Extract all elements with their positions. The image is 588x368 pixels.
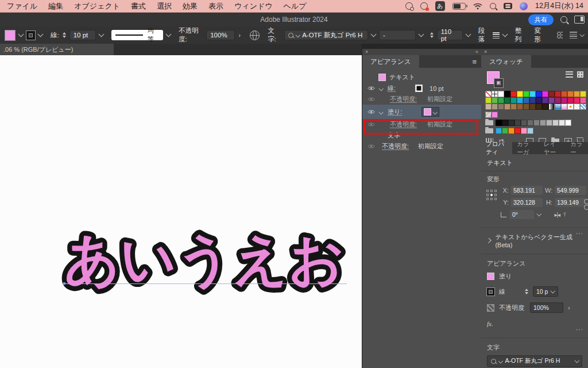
appearance-row-fill-opacity[interactable]: 不透明度: 初期設定 xyxy=(362,119,481,130)
appearance-row-type-opacity[interactable]: 不透明度: 初期設定 xyxy=(362,141,481,152)
swatch[interactable] xyxy=(492,91,498,97)
stroke-width-chevron[interactable] xyxy=(99,32,105,37)
swatch[interactable] xyxy=(540,120,546,126)
prop-fill-swatch[interactable] xyxy=(487,273,494,280)
tab-swatches[interactable]: スウォッチ xyxy=(481,55,531,68)
workspace-switcher-icon[interactable] xyxy=(574,16,585,24)
paragraph-align-icon[interactable] xyxy=(493,32,499,39)
opacity-row-value[interactable]: 初期設定 xyxy=(418,142,443,151)
text-to-vector-row[interactable]: テキストからベクター生成 (Beta) xyxy=(481,228,588,254)
transform-button[interactable]: 変形 xyxy=(534,26,546,44)
swatch[interactable] xyxy=(527,120,533,126)
tab-properties[interactable]: プロパティ xyxy=(481,142,512,154)
opacity-expand-arrow[interactable]: › xyxy=(238,32,241,39)
opacity-row-value[interactable]: 初期設定 xyxy=(427,95,452,103)
screen-mirroring-icon[interactable] xyxy=(405,2,413,10)
menu-clock[interactable]: 12月4日(水) 14 xyxy=(535,1,583,11)
menu-item[interactable]: 書式 xyxy=(131,1,146,12)
opacity-row-label[interactable]: 不透明度: xyxy=(390,120,417,129)
eye-icon[interactable] xyxy=(368,86,375,91)
eye-icon[interactable] xyxy=(368,109,375,114)
collapse-icon[interactable]: « xyxy=(475,49,478,55)
flip-horizontal-icon[interactable]: ▸|◂ xyxy=(555,212,560,218)
tab-color-guide[interactable]: カラーガ xyxy=(512,142,539,154)
swatch[interactable] xyxy=(521,128,527,134)
stroke-dropdown-chevron[interactable] xyxy=(38,32,44,37)
flip-vertical-icon[interactable]: ⫯ xyxy=(563,211,565,218)
fill-color-swatch[interactable] xyxy=(5,30,16,41)
swatch[interactable] xyxy=(498,103,504,110)
x-field[interactable]: 583.191 xyxy=(511,186,543,195)
font-size-chevron[interactable] xyxy=(465,32,471,37)
menu-item[interactable]: ウィンドウ xyxy=(234,1,273,12)
disclosure-arrow-icon[interactable] xyxy=(486,238,492,244)
panel-menu-icon[interactable]: ≡ xyxy=(472,57,477,66)
appearance-row-text[interactable]: テキスト xyxy=(362,72,481,83)
swatch[interactable] xyxy=(548,91,555,97)
fill-color-widget[interactable] xyxy=(421,107,439,117)
battery-icon[interactable] xyxy=(452,3,466,10)
expand-chevron[interactable] xyxy=(379,86,384,91)
eye-icon-dim[interactable] xyxy=(368,144,375,149)
swatch[interactable] xyxy=(536,97,542,103)
swatch[interactable] xyxy=(561,91,567,97)
stroke-style-chevron[interactable] xyxy=(165,32,171,37)
swatch[interactable] xyxy=(504,97,510,103)
swatch[interactable] xyxy=(504,91,510,97)
close-icon[interactable]: × xyxy=(365,49,368,55)
swatch[interactable] xyxy=(517,103,523,110)
input-source-icon[interactable]: あ xyxy=(435,1,445,11)
stroke-proxy-swatch[interactable] xyxy=(494,79,503,87)
swatch[interactable] xyxy=(510,97,517,103)
swatch[interactable] xyxy=(523,103,529,110)
swatch[interactable] xyxy=(492,103,498,110)
eye-icon-dim[interactable] xyxy=(368,122,375,127)
menu-item[interactable]: 効果 xyxy=(183,1,198,12)
record-icon[interactable] xyxy=(420,2,428,10)
swatch[interactable] xyxy=(561,97,567,103)
text-baseline-path[interactable] xyxy=(64,283,347,284)
swatch[interactable] xyxy=(574,91,580,97)
stroke-row-swatch[interactable] xyxy=(415,85,423,92)
constrain-proportions-icon[interactable] xyxy=(584,199,588,212)
prop-fill-row[interactable]: 塗り xyxy=(481,269,588,283)
swatch[interactable] xyxy=(514,120,521,126)
paragraph-label[interactable]: 段落 xyxy=(478,26,490,44)
appearance-row-characters[interactable]: 文字 xyxy=(362,130,481,141)
swatch[interactable] xyxy=(502,128,508,134)
panel-options-chevron[interactable] xyxy=(579,32,584,37)
artboard-canvas[interactable]: あいうえお xyxy=(0,55,362,368)
swatch[interactable] xyxy=(485,91,492,97)
swatch[interactable] xyxy=(561,103,567,110)
stroke-style-preview[interactable]: 均等 xyxy=(111,30,163,40)
paragraph-chevron[interactable] xyxy=(502,32,508,37)
swatch[interactable] xyxy=(533,120,540,126)
folder-icon[interactable] xyxy=(485,120,493,125)
more-options-icon[interactable]: ... xyxy=(576,324,583,332)
stroke-color-swatch[interactable] xyxy=(26,31,35,40)
prop-opacity-row[interactable]: 不透明度 100% › xyxy=(481,300,588,316)
swatch[interactable] xyxy=(514,128,521,134)
swatch[interactable] xyxy=(496,120,502,126)
swatch[interactable] xyxy=(580,103,586,110)
opacity-icon[interactable] xyxy=(487,304,494,312)
opacity-row-label[interactable]: 不透明度: xyxy=(382,142,409,151)
swatch[interactable] xyxy=(510,91,517,97)
align-button[interactable]: 整列 xyxy=(515,26,527,44)
appearance-row-stroke[interactable]: 線: 10 pt xyxy=(362,83,481,94)
swatch[interactable] xyxy=(523,97,529,103)
font-size-field[interactable]: 110 pt xyxy=(437,30,463,40)
prop-stroke-width-field[interactable]: 10 p xyxy=(533,286,558,297)
swatch[interactable] xyxy=(492,112,498,118)
panel-options-icon[interactable] xyxy=(570,32,577,39)
swatch[interactable] xyxy=(492,97,498,103)
eye-icon-dim[interactable] xyxy=(368,97,375,102)
swatch[interactable] xyxy=(508,128,514,134)
wifi-icon[interactable] xyxy=(473,3,482,10)
swatch[interactable] xyxy=(580,91,586,97)
more-options-icon[interactable]: ... xyxy=(576,228,583,236)
angle-chevron[interactable] xyxy=(537,212,541,216)
fill-stroke-proxy[interactable] xyxy=(487,71,506,90)
swatch[interactable] xyxy=(565,120,571,126)
swatch[interactable] xyxy=(574,103,580,110)
